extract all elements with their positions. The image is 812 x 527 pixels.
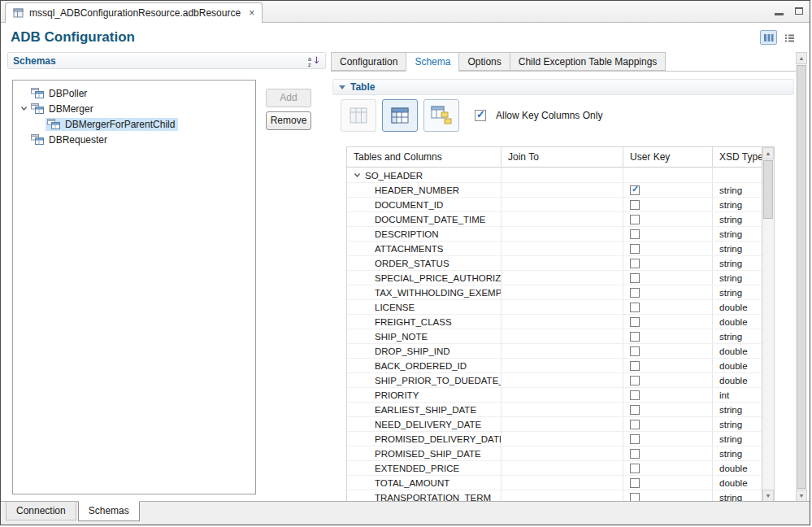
list-view-icon[interactable] (781, 30, 798, 45)
column-select-button[interactable] (341, 99, 376, 132)
user-key-checkbox[interactable] (630, 259, 640, 268)
schema-tree[interactable]: DBPoller DBMerger DBMergerForParentChild (12, 80, 256, 494)
tab-schema[interactable]: Schema (406, 52, 459, 72)
user-key-checkbox[interactable] (630, 317, 640, 327)
table-row[interactable]: TOTAL_AMOUNT double (347, 476, 762, 490)
table-row[interactable]: HEADER_NUMBER string (347, 183, 762, 198)
minimize-icon[interactable] (775, 13, 784, 15)
join-to-cell[interactable] (502, 212, 623, 226)
join-to-cell[interactable] (502, 344, 623, 358)
join-to-cell[interactable] (502, 242, 623, 255)
join-to-cell[interactable] (502, 446, 623, 460)
user-key-checkbox[interactable] (630, 405, 640, 415)
user-key-checkbox[interactable] (630, 215, 640, 224)
table-row[interactable]: LICENSE double (347, 300, 762, 315)
join-to-cell[interactable] (502, 285, 623, 299)
table-section-header[interactable]: Table (332, 79, 794, 95)
col-header-user-key[interactable]: User Key (623, 147, 713, 167)
tab-configuration[interactable]: Configuration (331, 52, 406, 71)
table-row[interactable]: PROMISED_SHIP_DATE string (347, 446, 762, 461)
table-mapping-button[interactable] (423, 99, 459, 132)
table-row[interactable]: EXTENDED_PRICE double (347, 461, 762, 476)
user-key-checkbox[interactable] (630, 376, 640, 385)
join-to-cell[interactable] (502, 476, 623, 490)
table-row[interactable]: DESCRIPTION string (347, 227, 762, 242)
user-key-checkbox[interactable] (630, 434, 640, 444)
details-view-icon[interactable] (760, 30, 777, 45)
join-to-cell[interactable] (502, 329, 623, 343)
join-to-cell[interactable] (502, 315, 623, 329)
page-scrollbar-thumb[interactable] (797, 65, 806, 489)
remove-button[interactable]: Remove (266, 111, 311, 130)
join-to-cell[interactable] (502, 403, 623, 416)
user-key-checkbox[interactable] (630, 244, 640, 254)
add-button[interactable]: Add (266, 89, 311, 107)
table-row[interactable]: EARLIEST_SHIP_DATE string (347, 403, 762, 417)
tree-item-dbrequester[interactable]: DBRequester (13, 132, 255, 147)
user-key-checkbox[interactable] (630, 273, 640, 283)
user-key-checkbox[interactable] (630, 346, 640, 356)
user-key-checkbox[interactable] (630, 185, 640, 195)
user-key-checkbox[interactable] (630, 464, 640, 473)
join-to-cell[interactable] (502, 300, 623, 314)
tab-child-exception-table-mappings[interactable]: Child Exception Table Mappings (510, 52, 667, 71)
join-to-cell[interactable] (502, 388, 623, 402)
table-row[interactable]: SHIP_PRIOR_TO_DUEDATE_I double (347, 373, 762, 388)
table-row[interactable]: BACK_ORDERED_ID double (347, 359, 762, 373)
table-row[interactable]: DOCUMENT_ID string (347, 198, 762, 212)
table-row[interactable]: PROMISED_DELIVERY_DATE string (347, 432, 762, 446)
table-row[interactable]: TRANSPORTATION_TERM string (347, 490, 762, 502)
join-to-cell[interactable] (502, 432, 623, 446)
user-key-checkbox[interactable] (630, 390, 640, 400)
col-header-join-to[interactable]: Join To (502, 147, 623, 167)
tree-item-dbmergerforparentchild[interactable]: DBMergerForParentChild (13, 116, 255, 132)
table-row[interactable]: ATTACHMENTS string (347, 242, 762, 256)
table-row[interactable]: SPECIAL_PRICE_AUTHORIZA string (347, 271, 762, 285)
join-to-cell[interactable] (502, 417, 623, 431)
user-key-checkbox[interactable] (630, 200, 640, 210)
table-scroll-up-icon[interactable]: ▲ (762, 147, 774, 159)
join-to-cell[interactable] (502, 359, 623, 372)
editor-tab[interactable]: mssql_ADBConfigurationResource.adbResour… (5, 2, 263, 23)
sort-alphabetical-icon[interactable]: az (308, 55, 320, 67)
col-header-tables-and-columns[interactable]: Tables and Columns (347, 147, 502, 167)
table-row[interactable]: SHIP_NOTE string (347, 329, 762, 344)
expand-icon[interactable] (18, 105, 29, 112)
allow-key-checkbox[interactable] (475, 110, 486, 121)
page-scroll-up-icon[interactable]: ▲ (796, 52, 807, 64)
expand-icon[interactable] (354, 172, 361, 179)
table-scrollbar[interactable]: ▲ ▼ (762, 147, 774, 502)
user-key-checkbox[interactable] (630, 449, 640, 459)
section-collapse-icon[interactable] (339, 85, 345, 89)
table-row[interactable]: PRIORITY int (347, 388, 762, 403)
table-row[interactable]: FREIGHT_CLASS double (347, 315, 762, 329)
table-row[interactable]: DROP_SHIP_IND double (347, 344, 762, 359)
tree-item-dbpoller[interactable]: DBPoller (13, 85, 255, 101)
user-key-checkbox[interactable] (630, 420, 640, 429)
join-to-cell[interactable] (502, 256, 623, 270)
table-group-row[interactable]: SO_HEADER (347, 168, 762, 183)
table-scroll-down-icon[interactable]: ▼ (762, 490, 774, 502)
page-scroll-down-icon[interactable]: ▼ (796, 490, 807, 502)
tree-item-dbmerger[interactable]: DBMerger (13, 101, 255, 116)
table-row[interactable]: ORDER_STATUS string (347, 256, 762, 271)
join-to-cell[interactable] (502, 461, 623, 475)
user-key-checkbox[interactable] (630, 288, 640, 298)
table-row[interactable]: NEED_DELIVERY_DATE string (347, 417, 762, 432)
bottom-tab-schemas[interactable]: Schemas (78, 501, 140, 521)
table-scrollbar-thumb[interactable] (763, 160, 773, 219)
table-row[interactable]: DOCUMENT_DATE_TIME string (347, 212, 762, 227)
join-to-cell[interactable] (502, 183, 623, 197)
join-to-cell[interactable] (502, 490, 623, 502)
table-row[interactable]: TAX_WITHHOLDING_EXEMP string (347, 285, 762, 300)
user-key-checkbox[interactable] (630, 229, 640, 239)
maximize-icon[interactable] (795, 7, 803, 15)
page-scrollbar[interactable]: ▲ ▼ (796, 52, 807, 502)
bottom-tab-connection[interactable]: Connection (6, 502, 76, 520)
join-to-cell[interactable] (502, 271, 623, 285)
close-tab-icon[interactable]: × (249, 7, 254, 19)
join-to-cell[interactable] (502, 227, 623, 241)
user-key-checkbox[interactable] (630, 361, 640, 371)
user-key-checkbox[interactable] (630, 303, 640, 312)
key-columns-button[interactable] (382, 99, 418, 132)
